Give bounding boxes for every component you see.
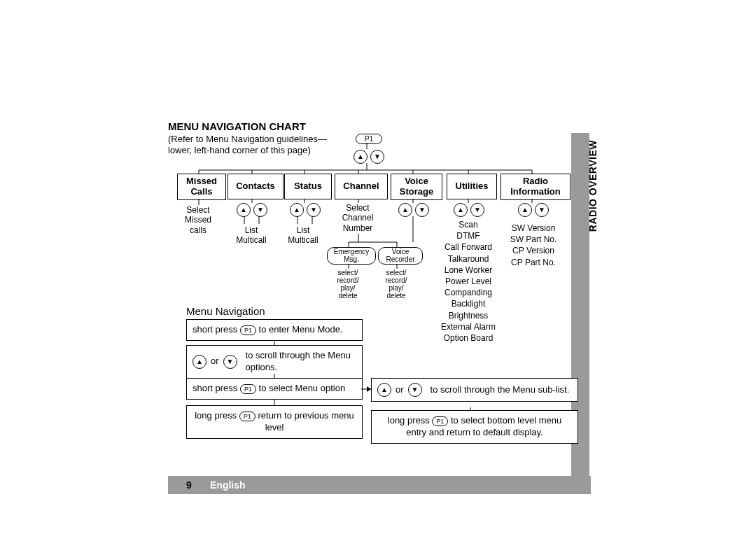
root-arrow-pair: ▲ ▼: [354, 150, 384, 164]
menu-status: Status: [284, 174, 332, 199]
connector-lines: [0, 0, 756, 534]
down-arrow-icon: ▼: [307, 203, 321, 217]
p1-icon: P1: [240, 325, 256, 335]
page-number: 9: [168, 479, 210, 491]
p1-root-chip: P1: [356, 134, 382, 144]
page-note-2: lower, left-hand corner of this page): [168, 145, 311, 156]
p1-icon: P1: [240, 384, 256, 394]
menu-contacts: Contacts: [227, 174, 284, 199]
guide-step-5: ▲ or ▼ to scroll through the Menu sub-li…: [371, 378, 578, 402]
down-arrow-icon: ▼: [223, 355, 237, 369]
menu-voice-storage: VoiceStorage: [391, 174, 442, 200]
up-arrow-icon: ▲: [354, 150, 368, 164]
emergency-chip: Emergency Msg.: [327, 247, 376, 265]
guide-title: Menu Navigation: [186, 305, 265, 317]
page-title: MENU NAVIGATION CHART: [168, 120, 306, 132]
down-arrow-icon: ▼: [253, 203, 267, 217]
menu-utilities: Utilities: [447, 174, 497, 199]
voice-recorder-chip: Voice Recorder: [378, 247, 423, 265]
contacts-sub: List Multicall: [230, 225, 273, 246]
guide-step-3: short press P1 to select Menu option: [186, 378, 363, 400]
p1-icon: P1: [239, 412, 255, 421]
page-note-1: (Refer to Menu Navigation guidelines—: [168, 134, 327, 145]
missed-sub: Select Missed calls: [176, 205, 220, 235]
page-footer: 9 English: [168, 476, 591, 494]
channel-action-2: select/ record/ play/ delete: [378, 269, 414, 300]
section-tab-label: RADIO OVERVIEW: [587, 140, 598, 232]
status-sub: List Multicall: [283, 225, 323, 246]
menu-radio-info: RadioInformation: [500, 174, 570, 200]
channel-sub: Select Channel Number: [335, 203, 381, 233]
down-arrow-icon: ▼: [370, 150, 384, 164]
up-arrow-icon: ▲: [518, 203, 532, 217]
utilities-list: ScanDTMFCall ForwardTalkaroundLone Worke…: [436, 219, 500, 344]
down-arrow-icon: ▼: [408, 383, 422, 397]
up-arrow-icon: ▲: [377, 383, 391, 397]
guide-step-1: short press P1 to enter Menu Mode.: [186, 319, 363, 341]
guide-step-2: ▲ or ▼ to scroll through the Menu option…: [186, 345, 363, 379]
up-arrow-icon: ▲: [237, 203, 251, 217]
up-arrow-icon: ▲: [290, 203, 304, 217]
down-arrow-icon: ▼: [415, 203, 429, 217]
menu-channel: Channel: [335, 174, 388, 199]
down-arrow-icon: ▼: [470, 203, 484, 217]
up-arrow-icon: ▲: [454, 203, 468, 217]
radio-list: SW VersionSW Part No.CP VersionCP Part N…: [502, 223, 565, 268]
voice-arrows: ▲▼: [398, 203, 429, 217]
down-arrow-icon: ▼: [535, 203, 549, 217]
up-arrow-icon: ▲: [192, 355, 206, 369]
up-arrow-icon: ▲: [398, 203, 412, 217]
guide-step-6: long press P1 to select bottom level men…: [371, 410, 578, 444]
utilities-arrows: ▲▼: [454, 203, 484, 217]
status-arrows: ▲▼: [290, 203, 321, 217]
p1-icon: P1: [432, 416, 448, 426]
contacts-arrows: ▲▼: [237, 203, 267, 217]
channel-action-1: select/ record/ play/ delete: [328, 269, 368, 300]
guide-step-4: long press P1 return to previous menu le…: [186, 405, 363, 439]
page: RADIO OVERVIEW MENU NAVIGATION CHART (Re…: [0, 0, 756, 534]
radio-arrows: ▲▼: [518, 203, 549, 217]
page-language: English: [210, 479, 246, 491]
menu-missed-calls: MissedCalls: [177, 174, 226, 200]
